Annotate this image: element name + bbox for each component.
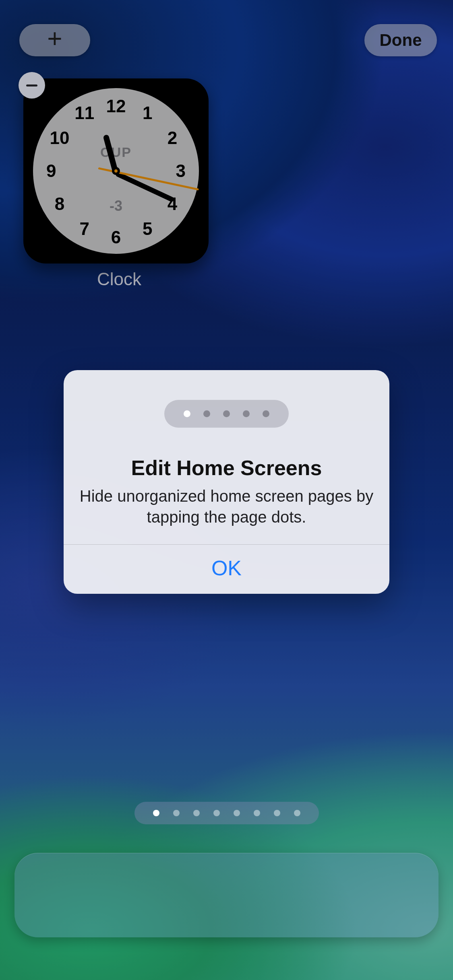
page-dot[interactable] xyxy=(173,810,180,816)
page-dot[interactable] xyxy=(234,810,240,816)
alert-dot xyxy=(243,410,250,417)
alert-dot xyxy=(184,410,190,417)
alert-illustration xyxy=(64,370,389,428)
remove-widget-button[interactable] xyxy=(19,72,45,99)
page-dot[interactable] xyxy=(193,810,200,816)
home-screen-edit: + Done 12 1 2 3 4 5 6 7 8 9 10 11 xyxy=(0,0,453,980)
alert-body: Hide unorganized home screen pages by ta… xyxy=(78,486,375,527)
alert-title: Edit Home Screens xyxy=(64,456,389,480)
edit-home-screens-alert: Edit Home Screens Hide unorganized home … xyxy=(64,370,389,594)
alert-dot xyxy=(223,410,230,417)
minus-icon xyxy=(26,84,37,86)
alert-dot xyxy=(263,410,269,417)
alert-ok-button[interactable]: OK xyxy=(64,545,389,594)
page-dot[interactable] xyxy=(294,810,300,816)
page-dot[interactable] xyxy=(213,810,220,816)
page-dot[interactable] xyxy=(254,810,260,816)
dock xyxy=(14,853,439,937)
alert-page-dots xyxy=(164,400,289,428)
page-indicator[interactable] xyxy=(134,802,319,824)
alert-dot xyxy=(203,410,210,417)
page-dot[interactable] xyxy=(153,810,159,816)
page-dot[interactable] xyxy=(274,810,280,816)
